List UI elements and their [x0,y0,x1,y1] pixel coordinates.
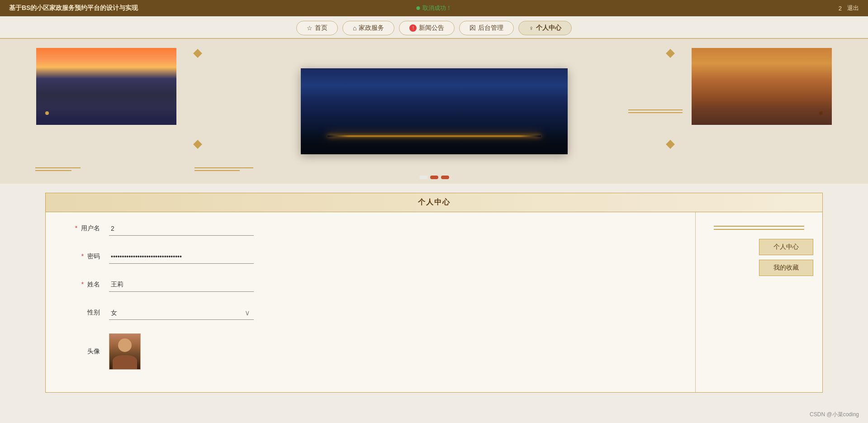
nav-item-home[interactable]: ☆ 首页 [296,21,338,35]
carousel-center-image [301,68,568,154]
city-gold-image [692,48,832,125]
password-required-star: * [81,252,84,260]
deco-line-4 [194,170,240,171]
profile-icon: ♀ [529,24,534,32]
deco-line-6 [628,112,683,113]
nav-item-news[interactable]: ! 新闻公告 [399,21,455,35]
personal-center-box: 个人中心 * 用户名 * 密码 [45,193,823,393]
bridge-night-image [301,68,568,154]
main-content: 个人中心 * 用户名 * 密码 [0,184,868,411]
gender-row: 性别 男 女 ∨ [64,305,677,320]
name-label: * 姓名 [64,280,100,289]
diamond-deco-left-top [193,49,202,58]
gender-select[interactable]: 男 女 [109,305,254,320]
avatar-photo [109,334,140,369]
password-row: * 密码 [64,249,677,264]
sidebar-deco-lines [714,226,804,230]
carousel-dot-2[interactable] [430,176,438,179]
form-area: * 用户名 * 密码 * 姓名 [46,212,696,392]
carousel-dot-1[interactable] [419,176,427,179]
nav-service-label: 家政服务 [359,24,384,32]
city-sunset-image [36,48,176,125]
name-required-star: * [81,280,84,288]
success-dot-icon [416,6,420,10]
success-message: 取消成功！ [422,4,452,12]
password-label-text: 密码 [87,252,100,260]
gender-select-wrapper: 男 女 ∨ [109,305,254,320]
username-required-star: * [75,224,77,232]
nav-item-admin[interactable]: 囟 后台管理 [459,21,514,35]
bottom-deco-lines-center [194,167,253,171]
username-label: * 用户名 [64,224,100,233]
nav-profile-label: 个人中心 [536,24,561,32]
sidebar-deco-line-1 [714,226,804,227]
avatar-image [109,333,141,370]
nav-bar: ☆ 首页 ⌂ 家政服务 ! 新闻公告 囟 后台管理 ♀ 个人中心 [0,16,868,39]
my-favorites-button[interactable]: 我的收藏 [759,260,813,276]
top-bar: 基于BS的小区家政服务预约平台的设计与实现 取消成功！ 2 退出 [0,0,868,16]
password-input[interactable] [109,249,254,264]
news-badge: ! [409,24,417,32]
bottom-deco-lines-left [35,167,81,171]
avatar-label: 头像 [64,347,100,356]
avatar-row: 头像 [64,333,677,370]
user-id-display: 2 [839,5,842,12]
avatar-label-text: 头像 [87,347,100,355]
home-icon: ☆ [307,24,313,32]
nav-admin-label: 后台管理 [478,24,503,32]
personal-center-button[interactable]: 个人中心 [759,239,813,255]
top-bar-right: 2 退出 [839,4,859,12]
password-label: * 密码 [64,252,100,261]
carousel-dot-3[interactable] [441,176,449,179]
gender-label: 性别 [64,309,100,317]
right-deco-lines [628,109,683,113]
success-message-area: 取消成功！ [416,4,452,12]
app-title: 基于BS的小区家政服务预约平台的设计与实现 [9,4,138,12]
gender-label-text: 性别 [87,309,100,316]
diamond-deco-left-bottom [193,140,202,149]
right-sidebar: 个人中心 我的收藏 [696,212,822,392]
sidebar-deco-area [705,226,813,230]
carousel-right-image [692,48,832,125]
section-body: * 用户名 * 密码 * 姓名 [46,212,822,392]
service-icon: ⌂ [353,24,356,32]
deco-line-3 [194,167,253,168]
name-input[interactable] [109,277,254,292]
nav-item-profile[interactable]: ♀ 个人中心 [518,21,572,35]
carousel-left-image [36,48,176,125]
nav-news-label: 新闻公告 [419,24,444,32]
name-label-text: 姓名 [87,280,100,288]
deco-line-5 [628,109,683,110]
csdn-footer: CSDN @小菜coding [810,411,859,418]
dot-deco-left [45,111,49,115]
username-label-text: 用户名 [81,224,100,232]
deco-line-2 [35,170,71,171]
username-row: * 用户名 [64,221,677,236]
username-input[interactable] [109,221,254,236]
nav-home-label: 首页 [315,24,327,32]
admin-icon: 囟 [470,24,476,32]
nav-item-service[interactable]: ⌂ 家政服务 [342,21,394,35]
sidebar-deco-line-2 [714,229,804,230]
carousel-container [0,39,868,184]
name-row: * 姓名 [64,277,677,292]
diamond-deco-right-top [666,49,675,58]
carousel-section [0,39,868,184]
diamond-deco-right-bottom [666,140,675,149]
section-title: 个人中心 [46,193,822,212]
carousel-dots [419,176,449,179]
logout-button[interactable]: 退出 [847,4,859,12]
deco-line-1 [35,167,81,168]
